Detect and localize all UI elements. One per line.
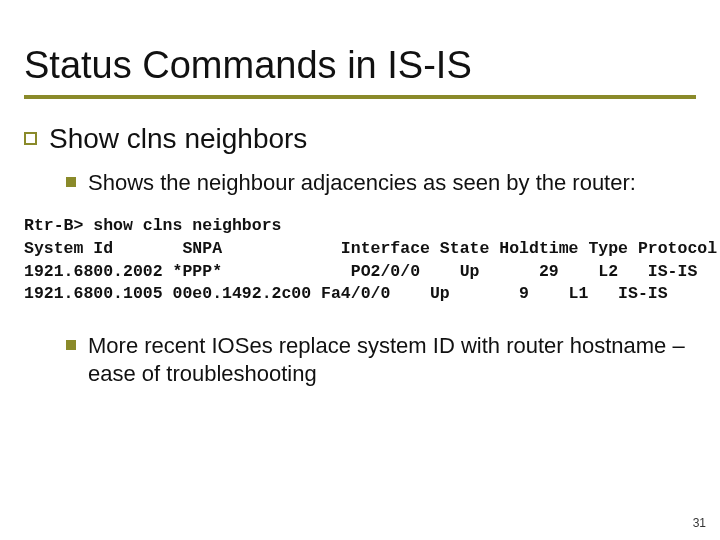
bullet-level1: Show clns neighbors — [24, 123, 696, 155]
slide-title: Status Commands in IS-IS — [24, 44, 696, 87]
page-number: 31 — [693, 516, 706, 530]
terminal-output: Rtr-B> show clns neighbors System Id SNP… — [24, 215, 696, 306]
bullet-text: More recent IOSes replace system ID with… — [88, 332, 696, 388]
bullet-text: Show clns neighbors — [49, 123, 307, 155]
square-open-bullet-icon — [24, 132, 37, 145]
bullet-level2: Shows the neighbour adjacencies as seen … — [66, 169, 696, 197]
bullet-level2: More recent IOSes replace system ID with… — [66, 332, 696, 388]
square-filled-bullet-icon — [66, 340, 76, 350]
square-filled-bullet-icon — [66, 177, 76, 187]
slide: Status Commands in IS-IS Show clns neigh… — [0, 0, 720, 540]
bullet-text: Shows the neighbour adjacencies as seen … — [88, 169, 636, 197]
title-underline — [24, 95, 696, 99]
